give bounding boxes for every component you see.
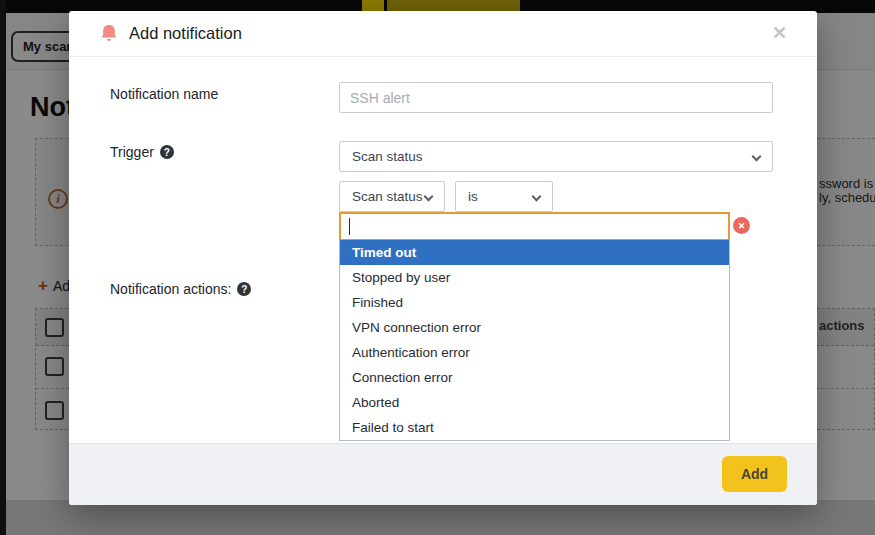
notification-actions-label: Notification actions: ? <box>110 281 251 297</box>
dropdown-option[interactable]: Connection error <box>340 365 729 390</box>
condition-operator-value: is <box>468 189 478 204</box>
close-icon[interactable]: ✕ <box>772 23 787 43</box>
dropdown-option[interactable]: Finished <box>340 290 729 315</box>
condition-field-select[interactable]: Scan status <box>339 181 445 212</box>
remove-condition-icon[interactable]: ✕ <box>733 217 750 234</box>
dropdown-option[interactable]: Stopped by user <box>340 265 729 290</box>
status-search-input[interactable] <box>339 212 730 241</box>
text-cursor <box>349 218 350 235</box>
dropdown-option[interactable]: Aborted <box>340 390 729 415</box>
trigger-label-text: Trigger <box>110 144 154 160</box>
dropdown-option[interactable]: VPN connection error <box>340 315 729 340</box>
screen: My scan Not i ssword is f ly, schedu + A… <box>0 0 875 535</box>
modal-footer: Add <box>69 443 817 505</box>
chevron-down-icon <box>752 152 762 162</box>
help-icon[interactable]: ? <box>237 282 251 296</box>
status-options-dropdown: Timed out Stopped by user Finished VPN c… <box>339 240 730 441</box>
chevron-down-icon <box>532 192 542 202</box>
notification-name-label: Notification name <box>110 86 218 102</box>
add-notification-modal: Add notification ✕ Notification name Tri… <box>69 11 817 505</box>
dropdown-option[interactable]: Failed to start <box>340 415 729 440</box>
bell-icon <box>99 24 119 44</box>
trigger-label: Trigger ? <box>110 144 174 160</box>
dropdown-option[interactable]: Timed out <box>340 240 729 265</box>
add-button[interactable]: Add <box>722 456 787 492</box>
condition-field-value: Scan status <box>352 189 423 204</box>
help-icon[interactable]: ? <box>160 145 174 159</box>
condition-operator-select[interactable]: is <box>455 181 553 212</box>
notification-actions-label-text: Notification actions: <box>110 281 231 297</box>
modal-header: Add notification ✕ <box>69 11 817 57</box>
trigger-type-select[interactable]: Scan status <box>339 141 773 172</box>
trigger-type-value: Scan status <box>352 149 423 164</box>
modal-title: Add notification <box>129 24 242 43</box>
dropdown-option[interactable]: Authentication error <box>340 340 729 365</box>
chevron-down-icon <box>424 192 434 202</box>
notification-name-input[interactable] <box>339 82 773 113</box>
notification-name-label-text: Notification name <box>110 86 218 102</box>
